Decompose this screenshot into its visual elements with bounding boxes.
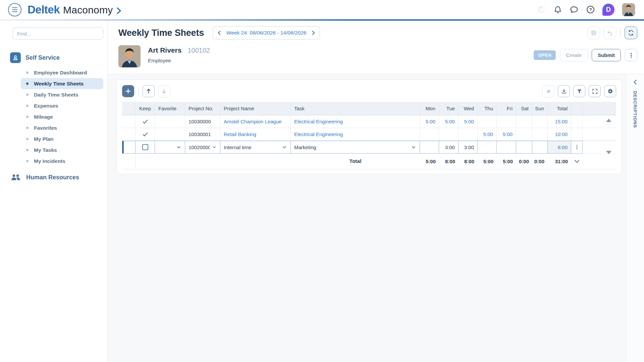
thu-cell[interactable]: 5:00 bbox=[478, 128, 497, 141]
move-row-up-button[interactable] bbox=[143, 85, 155, 97]
create-button[interactable]: Create bbox=[560, 49, 588, 61]
column-header-keep[interactable]: Keep bbox=[136, 102, 155, 115]
row-menu-cell[interactable] bbox=[571, 141, 583, 154]
keep-cell[interactable] bbox=[136, 128, 155, 141]
download-button[interactable] bbox=[558, 85, 570, 97]
project-no-dropdown-cell[interactable]: 100200001 bbox=[185, 141, 220, 154]
favorite-cell[interactable] bbox=[155, 115, 185, 128]
sat-cell[interactable] bbox=[516, 128, 532, 141]
sat-input-cell[interactable] bbox=[516, 141, 532, 154]
column-header-thu[interactable]: Thu bbox=[478, 102, 497, 115]
fullscreen-button[interactable] bbox=[589, 85, 601, 97]
submit-button[interactable]: Submit bbox=[592, 49, 621, 61]
sun-cell[interactable] bbox=[532, 115, 548, 128]
sidebar-group-human-resources[interactable]: Human Resources bbox=[0, 170, 107, 185]
thu-cell[interactable] bbox=[478, 115, 497, 128]
sidebar-item-my-tasks[interactable]: My Tasks bbox=[21, 144, 103, 156]
keep-checkbox-cell[interactable] bbox=[136, 141, 155, 154]
wed-input-cell[interactable]: 3:00 bbox=[459, 141, 478, 154]
column-header-sun[interactable]: Sun bbox=[532, 102, 548, 115]
column-header-task[interactable]: Task bbox=[291, 102, 420, 115]
employee-actions: OPEN Create Submit bbox=[534, 45, 637, 61]
mon-input-cell[interactable] bbox=[420, 141, 439, 154]
expand-totals-button[interactable] bbox=[571, 154, 583, 169]
sidebar-item-expenses[interactable]: Expenses bbox=[21, 100, 103, 111]
column-header-sat[interactable]: Sat bbox=[516, 102, 532, 115]
favorite-dropdown-cell[interactable] bbox=[155, 141, 185, 154]
table-row[interactable]: 10030000 Amstel Champion League Electric… bbox=[122, 115, 616, 128]
filter-button[interactable] bbox=[573, 85, 585, 97]
sidebar-item-employee-dashboard[interactable]: Employee Dashboard bbox=[21, 67, 103, 78]
row-handle[interactable] bbox=[122, 115, 136, 128]
project-name-link[interactable]: Amstel Champion League bbox=[220, 115, 291, 128]
sidebar-nav: Employee Dashboard Weekly Time Sheets Da… bbox=[0, 67, 107, 167]
sidebar-item-daily-time-sheets[interactable]: Daily Time Sheets bbox=[21, 89, 103, 100]
task-dropdown-cell[interactable]: Marketing bbox=[291, 141, 420, 154]
notifications-bell-icon[interactable] bbox=[553, 5, 562, 14]
grid-settings-button[interactable] bbox=[604, 85, 616, 97]
undo-button[interactable] bbox=[603, 26, 616, 39]
favorite-cell[interactable] bbox=[155, 128, 185, 141]
active-row-indicator[interactable] bbox=[122, 141, 136, 154]
search-input[interactable] bbox=[13, 27, 103, 40]
table-row-active[interactable]: 100200001 Internal time bbox=[122, 141, 616, 154]
mon-cell[interactable] bbox=[420, 128, 439, 141]
column-header-project-name[interactable]: Project Name bbox=[220, 102, 291, 115]
keep-checkbox[interactable] bbox=[142, 144, 148, 150]
column-header-favorite[interactable]: Favorite bbox=[155, 102, 185, 115]
more-actions-button[interactable] bbox=[625, 49, 637, 61]
column-header-tue[interactable]: Tue bbox=[439, 102, 459, 115]
column-header-wed[interactable]: Wed bbox=[459, 102, 478, 115]
sun-input-cell[interactable] bbox=[532, 141, 548, 154]
row-handle[interactable] bbox=[122, 128, 136, 141]
scroll-up-arrow[interactable] bbox=[606, 119, 611, 122]
sidebar-item-mileage[interactable]: Mileage bbox=[21, 111, 103, 122]
assistant-icon[interactable]: D bbox=[602, 4, 614, 16]
sidebar-group-self-service[interactable]: Self Service bbox=[0, 50, 107, 65]
favorite-star-button[interactable] bbox=[542, 85, 554, 97]
column-header-project-no[interactable]: Project No. bbox=[185, 102, 220, 115]
next-week-button[interactable] bbox=[310, 30, 316, 36]
refresh-button[interactable] bbox=[625, 26, 637, 39]
project-no-cell[interactable]: 10030000 bbox=[185, 115, 220, 128]
project-name-link[interactable]: Retail Banking bbox=[220, 128, 291, 141]
project-name-dropdown-cell[interactable]: Internal time bbox=[220, 141, 291, 154]
move-row-down-button[interactable] bbox=[158, 85, 170, 97]
column-header-fri[interactable]: Fri bbox=[497, 102, 516, 115]
task-link[interactable]: Electrical Engineering bbox=[291, 128, 420, 141]
previous-week-button[interactable] bbox=[216, 30, 222, 36]
help-icon[interactable]: ? bbox=[586, 5, 595, 14]
sun-cell[interactable] bbox=[532, 128, 548, 141]
sidebar-item-my-incidents[interactable]: My Incidents bbox=[21, 156, 103, 167]
project-no-cell[interactable]: 10030001 bbox=[185, 128, 220, 141]
mon-cell[interactable]: 5:00 bbox=[420, 115, 439, 128]
tue-input-cell[interactable]: 3:00 bbox=[439, 141, 459, 154]
wed-cell[interactable] bbox=[459, 128, 478, 141]
fri-input-cell[interactable] bbox=[497, 141, 516, 154]
table-row[interactable]: 10030001 Retail Banking Electrical Engin… bbox=[122, 128, 616, 141]
descriptions-panel-label[interactable]: DESCRIPTIONS bbox=[633, 91, 638, 128]
check-icon bbox=[142, 118, 149, 125]
tue-cell[interactable] bbox=[439, 128, 459, 141]
wed-cell[interactable]: 5:00 bbox=[459, 115, 478, 128]
user-avatar[interactable] bbox=[622, 3, 635, 16]
sidebar-item-my-plan[interactable]: My Plan bbox=[21, 133, 103, 144]
add-row-button[interactable] bbox=[122, 85, 134, 97]
sat-cell[interactable] bbox=[516, 115, 532, 128]
column-header-total[interactable]: Total bbox=[548, 102, 571, 115]
keep-cell[interactable] bbox=[136, 115, 155, 128]
tue-cell[interactable]: 5:00 bbox=[439, 115, 459, 128]
chat-bubble-icon[interactable] bbox=[570, 5, 579, 14]
hamburger-menu-button[interactable] bbox=[8, 3, 21, 16]
scroll-down-arrow[interactable] bbox=[606, 151, 611, 154]
thu-input-cell[interactable] bbox=[478, 141, 497, 154]
save-button[interactable] bbox=[587, 26, 600, 39]
header-actions bbox=[587, 26, 637, 39]
task-link[interactable]: Electrical Engineering bbox=[291, 115, 420, 128]
sidebar-item-favorites[interactable]: Favorites bbox=[21, 122, 103, 133]
expand-descriptions-button[interactable] bbox=[632, 79, 639, 85]
fri-cell[interactable] bbox=[497, 115, 516, 128]
column-header-mon[interactable]: Mon bbox=[420, 102, 439, 115]
sidebar-item-weekly-time-sheets[interactable]: Weekly Time Sheets bbox=[21, 78, 103, 89]
fri-cell[interactable]: 5:00 bbox=[497, 128, 516, 141]
